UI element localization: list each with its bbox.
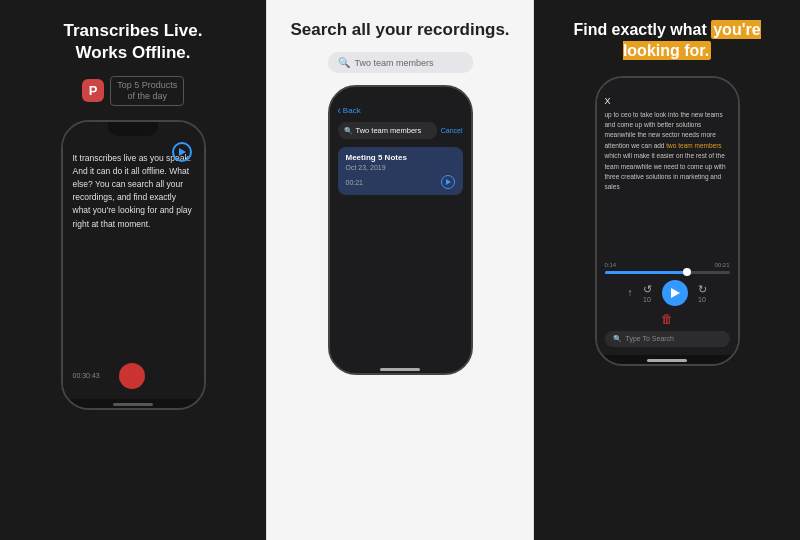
award-line2: of the day: [117, 91, 177, 102]
time-row: 0:14 00:21: [605, 262, 730, 268]
playback-controls: ↑ ↺ 10 ↻ 10: [605, 280, 730, 306]
search-icon-outer: 🔍: [338, 57, 350, 68]
phone-1-footer: 00:30:43: [73, 363, 194, 389]
type-to-search[interactable]: 🔍 Type To Search: [605, 331, 730, 347]
transcript-text: up to ceo to take look into the new team…: [605, 110, 730, 258]
rewind-10-button[interactable]: ↺ 10: [643, 283, 652, 303]
delete-section: 🗑: [605, 312, 730, 326]
slider-fill: [605, 271, 686, 274]
forward-label: 10: [698, 296, 706, 303]
product-hunt-badge: P: [82, 79, 105, 102]
back-text[interactable]: Back: [343, 106, 361, 115]
share-button[interactable]: ↑: [628, 287, 633, 298]
cancel-button[interactable]: Cancel: [441, 127, 463, 134]
main-play-icon: [671, 288, 680, 298]
forward-10-button[interactable]: ↻ 10: [698, 283, 707, 303]
record-button-1[interactable]: [119, 363, 145, 389]
panel-1: Transcribes Live.Works Offline. P Top 5 …: [0, 0, 266, 540]
search-bar-outer[interactable]: 🔍 Two team members: [328, 52, 473, 73]
p2-search-icon: 🔍: [344, 127, 353, 135]
award-badge: Top 5 Products of the day: [110, 76, 184, 106]
panel-1-title: Transcribes Live.Works Offline.: [64, 20, 203, 64]
phone-1-timer: 00:30:43: [73, 372, 100, 379]
award-line1: Top 5 Products: [117, 80, 177, 91]
phone-screen-2: ‹ Back 🔍 Two team members Cancel Meeting…: [330, 87, 471, 364]
p2-search-value: Two team members: [356, 126, 422, 135]
title-normal-text: Find exactly what: [573, 21, 711, 38]
panel-3-title: Find exactly what you'relooking for.: [568, 20, 765, 62]
slider-thumb: [683, 268, 691, 276]
phone-screen-1: It transcribes live as you speak. And it…: [63, 122, 204, 399]
type-search-icon: 🔍: [613, 335, 622, 343]
progress-section: 0:14 00:21 ↑ ↺ 10: [605, 262, 730, 347]
transcript-highlight: two team members: [666, 142, 721, 149]
phone-screen-3: X up to ceo to take look into the new te…: [597, 78, 738, 355]
result-duration: 00:21: [346, 179, 364, 186]
rewind-label: 10: [643, 296, 651, 303]
main-play-button[interactable]: [662, 280, 688, 306]
badge-row: P Top 5 Products of the day: [82, 76, 185, 106]
result-play-button[interactable]: [441, 175, 455, 189]
result-time-row: 00:21: [346, 175, 455, 189]
ph-logo: P: [89, 83, 98, 98]
p2-search-row: 🔍 Two team members Cancel: [330, 122, 471, 139]
back-arrow-icon: ‹: [338, 105, 341, 116]
close-button[interactable]: X: [605, 96, 730, 106]
playback-slider[interactable]: [605, 271, 730, 274]
back-row: ‹ Back: [330, 105, 471, 116]
search-result-item[interactable]: Meeting 5 Notes Oct 23, 2019 00:21: [338, 147, 463, 195]
trash-icon[interactable]: 🗑: [661, 312, 673, 326]
play-icon-1: [179, 148, 186, 156]
play-button-1[interactable]: [172, 142, 192, 162]
result-play-icon: [446, 179, 451, 185]
time-end: 00:21: [714, 262, 729, 268]
phone-notch-2: [375, 87, 425, 101]
search-value-outer: Two team members: [355, 58, 434, 68]
phone-mockup-1: It transcribes live as you speak. And it…: [61, 120, 206, 410]
type-search-placeholder: Type To Search: [626, 335, 675, 342]
result-title: Meeting 5 Notes: [346, 153, 455, 162]
panel-3: Find exactly what you'relooking for. X u…: [534, 0, 800, 540]
home-bar-2: [380, 368, 420, 371]
phone-1-transcript: It transcribes live as you speak. And it…: [73, 152, 194, 357]
phone-notch-1: [108, 122, 158, 136]
p2-search-field[interactable]: 🔍 Two team members: [338, 122, 437, 139]
phone-notch-3: [642, 78, 692, 92]
panel-2: Search all your recordings. 🔍 Two team m…: [266, 0, 534, 540]
result-date: Oct 23, 2019: [346, 164, 455, 171]
phone-mockup-2: ‹ Back 🔍 Two team members Cancel Meeting…: [328, 85, 473, 375]
home-bar-1: [113, 403, 153, 406]
panel-2-title: Search all your recordings.: [290, 20, 509, 40]
transcript-after: which will make it easier on the rest of…: [605, 152, 726, 190]
home-bar-3: [647, 359, 687, 362]
phone-mockup-3: X up to ceo to take look into the new te…: [595, 76, 740, 366]
time-start: 0:14: [605, 262, 617, 268]
